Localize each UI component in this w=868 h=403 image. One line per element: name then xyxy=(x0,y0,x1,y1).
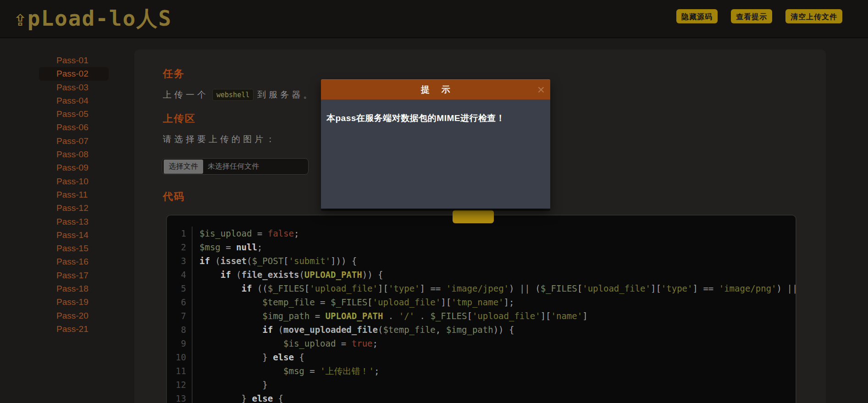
sidebar-item-pass-13[interactable]: Pass-13 xyxy=(39,215,109,228)
pass-nav: Pass-01Pass-02Pass-03Pass-04Pass-05Pass-… xyxy=(39,54,109,336)
code-text: $msg = '上传出错！'; xyxy=(193,364,379,378)
clear-uploads-button[interactable]: 清空上传文件 xyxy=(785,9,842,23)
sidebar-item-pass-20[interactable]: Pass-20 xyxy=(39,309,109,322)
sidebar-item-pass-11[interactable]: Pass-11 xyxy=(39,188,109,201)
source-code-block: 1$is_upload = false;2$msg = null;3if (is… xyxy=(166,215,796,403)
top-header: ⇪pLoad-lo人S 隐藏源码查看提示清空上传文件 xyxy=(0,0,868,38)
sidebar-item-pass-12[interactable]: Pass-12 xyxy=(39,201,109,215)
line-number: 6 xyxy=(167,295,193,309)
line-number: 9 xyxy=(167,337,193,350)
task-description: 上传一个 webshell 到服务器。 xyxy=(163,89,315,101)
code-text: $msg = null; xyxy=(193,240,262,254)
upload-button[interactable] xyxy=(453,210,494,223)
code-text: } xyxy=(193,378,268,392)
code-line: 3if (isset($_POST['submit'])) { xyxy=(167,254,796,268)
line-number: 10 xyxy=(167,350,193,364)
code-line: 11 $msg = '上传出错！'; xyxy=(167,364,796,378)
file-input[interactable]: 选择文件 未选择任何文件 xyxy=(162,158,309,175)
code-line: 4 if (file_exists(UPLOAD_PATH)) { xyxy=(167,268,796,282)
line-number: 8 xyxy=(167,323,193,337)
line-number: 1 xyxy=(167,226,193,240)
code-text: if (isset($_POST['submit'])) { xyxy=(193,254,357,268)
line-number: 5 xyxy=(167,282,193,295)
line-number: 11 xyxy=(167,364,193,378)
app-logo: ⇪pLoad-lo人S xyxy=(14,5,172,32)
code-text: if (file_exists(UPLOAD_PATH)) { xyxy=(193,268,383,282)
code-text: $img_path = UPLOAD_PATH . '/' . $_FILES[… xyxy=(193,309,588,323)
sidebar-item-pass-18[interactable]: Pass-18 xyxy=(39,282,109,295)
code-line: 9 $is_upload = true; xyxy=(167,337,796,350)
hide-source-button[interactable]: 隐藏源码 xyxy=(676,9,718,23)
sidebar-item-pass-17[interactable]: Pass-17 xyxy=(39,269,109,282)
upload-prompt: 请选择要上传的图片： xyxy=(163,133,277,145)
sidebar-item-pass-10[interactable]: Pass-10 xyxy=(39,175,109,188)
hint-modal-header: 提 示 × xyxy=(321,79,550,99)
code-line: 1$is_upload = false; xyxy=(167,226,796,240)
sidebar-item-pass-19[interactable]: Pass-19 xyxy=(39,295,109,309)
code-line: 6 $temp_file = $_FILES['upload_file']['t… xyxy=(167,295,796,309)
sidebar-item-pass-14[interactable]: Pass-14 xyxy=(39,228,109,242)
sidebar-item-pass-01[interactable]: Pass-01 xyxy=(39,54,109,67)
line-number: 13 xyxy=(167,392,193,403)
sidebar-item-pass-07[interactable]: Pass-07 xyxy=(39,134,109,148)
line-number: 2 xyxy=(167,240,193,254)
hint-modal: 提 示 × 本pass在服务端对数据包的MIME进行检查！ xyxy=(321,79,550,209)
sidebar-item-pass-16[interactable]: Pass-16 xyxy=(39,255,109,268)
code-text: $is_upload = true; xyxy=(193,337,378,350)
line-number: 3 xyxy=(167,254,193,268)
code-line: 8 if (move_uploaded_file($temp_file, $im… xyxy=(167,323,796,337)
code-line: 10 } else { xyxy=(167,350,796,364)
code-text: $temp_file = $_FILES['upload_file']['tmp… xyxy=(193,295,514,309)
sidebar-item-pass-09[interactable]: Pass-09 xyxy=(39,161,109,174)
sidebar-item-pass-15[interactable]: Pass-15 xyxy=(39,242,109,255)
task-text-after: 到服务器。 xyxy=(257,89,315,101)
hint-modal-body: 本pass在服务端对数据包的MIME进行检查！ xyxy=(321,99,550,209)
code-line: 7 $img_path = UPLOAD_PATH . '/' . $_FILE… xyxy=(167,309,796,323)
close-icon[interactable]: × xyxy=(537,82,545,98)
code-text: if (move_uploaded_file($temp_file, $img_… xyxy=(193,323,514,337)
webshell-badge: webshell xyxy=(212,89,254,101)
hint-modal-title: 提 示 xyxy=(416,84,454,96)
file-input-placeholder: 未选择任何文件 xyxy=(208,162,259,171)
code-line: 5 if (($_FILES['upload_file']['type'] ==… xyxy=(167,282,796,295)
header-buttons: 隐藏源码查看提示清空上传文件 xyxy=(676,9,842,23)
upload-area-heading: 上传区 xyxy=(163,112,196,126)
hint-text: 本pass在服务端对数据包的MIME进行检查！ xyxy=(326,112,545,124)
code-line: 12 } xyxy=(167,378,796,392)
sidebar-item-pass-08[interactable]: Pass-08 xyxy=(39,148,109,161)
task-text-before: 上传一个 xyxy=(163,89,209,101)
code-line: 13 } else { xyxy=(167,392,796,403)
line-number: 12 xyxy=(167,378,193,392)
line-number: 4 xyxy=(167,268,193,282)
code-text: } else { xyxy=(193,350,304,364)
choose-file-button[interactable]: 选择文件 xyxy=(164,160,203,174)
file-row: 选择文件 未选择任何文件 xyxy=(162,158,309,175)
sidebar-item-pass-02[interactable]: Pass-02 xyxy=(39,67,109,80)
code-text: $is_upload = false; xyxy=(193,226,299,240)
line-number: 7 xyxy=(167,309,193,323)
sidebar-item-pass-05[interactable]: Pass-05 xyxy=(39,107,109,121)
code-text: } else { xyxy=(193,392,283,403)
code-text: if (($_FILES['upload_file']['type'] == '… xyxy=(193,282,796,295)
code-heading: 代码 xyxy=(163,190,185,204)
code-line: 2$msg = null; xyxy=(167,240,796,254)
view-hint-button[interactable]: 查看提示 xyxy=(731,9,772,23)
task-heading: 任务 xyxy=(163,67,185,81)
sidebar-item-pass-21[interactable]: Pass-21 xyxy=(39,322,109,336)
sidebar-item-pass-04[interactable]: Pass-04 xyxy=(39,94,109,107)
sidebar-item-pass-06[interactable]: Pass-06 xyxy=(39,121,109,134)
sidebar-item-pass-03[interactable]: Pass-03 xyxy=(39,81,109,94)
